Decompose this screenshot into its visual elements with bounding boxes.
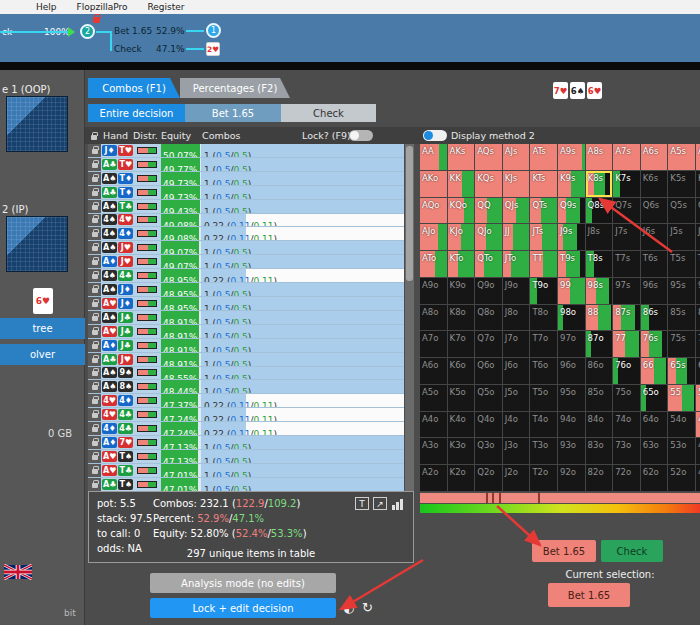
matrix-cell-96s[interactable]: 96s [641, 278, 669, 305]
matrix-cell-97o[interactable]: 97o [558, 331, 586, 358]
table-row[interactable]: A♦J♥49.07%1 (0.5/0.5) [88, 255, 404, 269]
matrix-cell-K7o[interactable]: K7o [448, 331, 476, 358]
tree-check-label[interactable]: Check [114, 44, 142, 54]
matrix-cell-A5s[interactable]: A5s [668, 144, 696, 171]
matrix-cell-K4s[interactable]: K4s [696, 171, 700, 198]
matrix-cell-AQs[interactable]: AQs [475, 144, 503, 171]
matrix-cell-T9o[interactable]: T9o [530, 278, 558, 305]
matrix-cell-54o[interactable]: 54o [668, 412, 696, 439]
table-row[interactable]: A♠8♠48.44%1 (0.5/0.5) [88, 380, 404, 394]
matrix-cell-75s[interactable]: 75s [668, 331, 696, 358]
matrix-cell-84o[interactable]: 84o [586, 412, 614, 439]
matrix-cell-QTo[interactable]: QTo [475, 251, 503, 278]
matrix-cell-K9o[interactable]: K9o [448, 278, 476, 305]
matrix-cell-Q4s[interactable]: Q4s [696, 198, 700, 225]
matrix-cell-72o[interactable]: 72o [613, 465, 641, 492]
table-row[interactable]: A♥J♣48.91%1 (0.5/0.5) [88, 325, 404, 339]
tab-entire-decision[interactable]: Entire decision [88, 104, 185, 122]
matrix-cell-83o[interactable]: 83o [586, 438, 614, 465]
matrix-cell-K6s[interactable]: K6s [641, 171, 669, 198]
matrix-cell-74o[interactable]: 74o [613, 412, 641, 439]
matrix-cell-J5o[interactable]: J5o [503, 385, 531, 412]
tab-combos[interactable]: Combos (F1) [88, 78, 180, 98]
matrix-cell-Q5o[interactable]: Q5o [475, 385, 503, 412]
matrix-cell-Q5s[interactable]: Q5s [668, 198, 696, 225]
matrix-cell-A9o[interactable]: A9o [420, 278, 448, 305]
matrix-cell-Q8o[interactable]: Q8o [475, 305, 503, 332]
matrix-cell-A8s[interactable]: A8s [586, 144, 614, 171]
matrix-cell-73o[interactable]: 73o [613, 438, 641, 465]
matrix-cell-K2o[interactable]: K2o [448, 465, 476, 492]
table-row[interactable]: 4♥4♣47.24%0.22 (0.11/0.11) [88, 408, 404, 422]
matrix-cell-87s[interactable]: 87s [613, 305, 641, 332]
matrix-cell-85s[interactable]: 85s [668, 305, 696, 332]
table-row[interactable]: A♣J♥48.91%1 (0.5/0.5) [88, 353, 404, 367]
matrix-cell-92o[interactable]: 92o [558, 465, 586, 492]
matrix-cell-QJs[interactable]: QJs [503, 198, 531, 225]
matrix-cell-T7s[interactable]: T7s [613, 251, 641, 278]
matrix-cell-J3o[interactable]: J3o [503, 438, 531, 465]
table-scrollbar[interactable] [405, 144, 414, 492]
table-row[interactable]: A♠J♣48.91%1 (0.5/0.5) [88, 311, 404, 325]
row-lock-icon[interactable] [88, 325, 101, 338]
matrix-cell-65o[interactable]: 65o [641, 385, 669, 412]
tree-node-check[interactable]: 2♥ [206, 42, 220, 56]
matrix-cell-J2o[interactable]: J2o [503, 465, 531, 492]
matrix-cell-87o[interactable]: 87o [586, 331, 614, 358]
matrix-cell-Q7s[interactable]: Q7s [613, 198, 641, 225]
table-row[interactable]: 4♠4♥49.08%0.22 (0.11/0.11) [88, 214, 404, 228]
matrix-cell-99[interactable]: 99 [558, 278, 586, 305]
matrix-cell-86s[interactable]: 86s [641, 305, 669, 332]
matrix-cell-A6o[interactable]: A6o [420, 358, 448, 385]
matrix-cell-T5s[interactable]: T5s [668, 251, 696, 278]
matrix-cell-T6s[interactable]: T6s [641, 251, 669, 278]
matrix-cell-AKo[interactable]: AKo [420, 171, 448, 198]
matrix-cell-95s[interactable]: 95s [668, 278, 696, 305]
table-row[interactable]: 4♥4♦47.37%0.22 (0.11/0.11) [88, 394, 404, 408]
matrix-cell-J9s[interactable]: J9s [558, 224, 586, 251]
table-row[interactable]: 4♠4♦49.08%0.22 (0.11/0.11) [88, 227, 404, 241]
matrix-cell-K7s[interactable]: K7s [613, 171, 641, 198]
matrix-cell-Q2o[interactable]: Q2o [475, 465, 503, 492]
table-row[interactable]: A♣T♦49.73%1 (0.5/0.5) [88, 186, 404, 200]
row-lock-icon[interactable] [88, 464, 101, 477]
matrix-cell-K3o[interactable]: K3o [448, 438, 476, 465]
matrix-cell-T8s[interactable]: T8s [586, 251, 614, 278]
matrix-cell-96o[interactable]: 96o [558, 358, 586, 385]
row-lock-icon[interactable] [88, 297, 101, 310]
matrix-cell-Q9o[interactable]: Q9o [475, 278, 503, 305]
row-lock-icon[interactable] [88, 353, 101, 366]
display-method-toggle[interactable] [423, 130, 447, 141]
matrix-cell-A7s[interactable]: A7s [613, 144, 641, 171]
table-row[interactable]: A♠J♦48.95%1 (0.5/0.5) [88, 283, 404, 297]
matrix-cell-KTs[interactable]: KTs [530, 171, 558, 198]
matrix-cell-95o[interactable]: 95o [558, 385, 586, 412]
matrix-cell-JTs[interactable]: JTs [530, 224, 558, 251]
matrix-cell-76s[interactable]: 76s [641, 331, 669, 358]
matrix-cell-AA[interactable]: AA [420, 144, 448, 171]
matrix-cell-JJ[interactable]: JJ [503, 224, 531, 251]
matrix-cell-74s[interactable]: 74s [696, 331, 700, 358]
row-lock-icon[interactable] [88, 450, 101, 463]
matrix-cell-T4s[interactable]: T4s [696, 251, 700, 278]
row-lock-icon[interactable] [88, 367, 101, 380]
matrix-cell-88[interactable]: 88 [586, 305, 614, 332]
matrix-cell-63o[interactable]: 63o [641, 438, 669, 465]
tab-percentages[interactable]: Percentages (F2) [180, 78, 290, 98]
row-lock-icon[interactable] [88, 478, 101, 491]
matrix-cell-KQo[interactable]: KQo [448, 198, 476, 225]
matrix-cell-76o[interactable]: 76o [613, 358, 641, 385]
row-lock-icon[interactable] [88, 186, 101, 199]
row-lock-icon[interactable] [88, 339, 101, 352]
matrix-cell-J4o[interactable]: J4o [503, 412, 531, 439]
row-lock-icon[interactable] [88, 255, 101, 268]
menu-register[interactable]: Register [147, 2, 184, 12]
matrix-cell-52o[interactable]: 52o [668, 465, 696, 492]
matrix-cell-T9s[interactable]: T9s [558, 251, 586, 278]
matrix-cell-A4s[interactable]: A4s [696, 144, 700, 171]
matrix-cell-65s[interactable]: 65s [668, 358, 696, 385]
matrix-cell-KK[interactable]: KK [448, 171, 476, 198]
table-row[interactable]: A♣T♥49.77%1 (0.5/0.5) [88, 158, 404, 172]
range1-thumbnail[interactable] [6, 96, 68, 152]
build-tree-button[interactable]: tree [0, 318, 85, 339]
